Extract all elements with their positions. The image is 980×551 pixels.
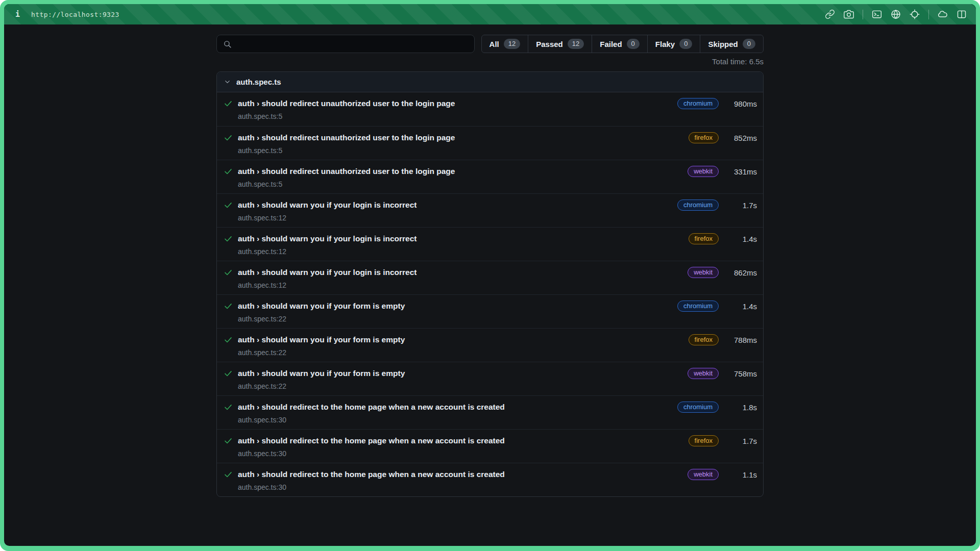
filter-tab[interactable]: Failed 0 <box>592 35 647 53</box>
total-time: Total time: 6.5s <box>216 57 764 67</box>
test-row[interactable]: auth › should redirect to the home page … <box>217 429 763 463</box>
test-info: auth › should redirect to the home page … <box>238 435 689 458</box>
test-info: auth › should warn you if your login is … <box>238 267 688 289</box>
report-content: All 12 Passed 12 Failed 0 Flaky 0 Skippe… <box>216 24 764 497</box>
filter-tab[interactable]: All 12 <box>482 35 528 53</box>
check-icon <box>224 436 233 445</box>
test-info: auth › should warn you if your login is … <box>238 233 689 256</box>
test-info: auth › should redirect to the home page … <box>238 469 688 491</box>
browser-badge: webkit <box>688 166 719 177</box>
test-meta: webkit 758ms <box>688 368 757 379</box>
check-icon <box>224 268 233 277</box>
filter-tab-count: 0 <box>627 39 640 49</box>
test-duration: 980ms <box>725 99 757 108</box>
test-row[interactable]: auth › should warn you if your form is e… <box>217 362 763 395</box>
test-row[interactable]: auth › should redirect unauthorized user… <box>217 92 763 126</box>
test-title: auth › should redirect to the home page … <box>238 469 688 480</box>
titlebar-left: i http://localhost:9323 <box>15 10 119 19</box>
test-title: auth › should redirect unauthorized user… <box>238 132 689 143</box>
test-duration: 1.8s <box>725 403 757 412</box>
test-row[interactable]: auth › should warn you if your login is … <box>217 227 763 261</box>
test-meta: chromium 1.7s <box>677 199 757 211</box>
filter-tab[interactable]: Flaky 0 <box>647 35 700 53</box>
browser-badge: chromium <box>677 199 719 211</box>
check-icon <box>224 302 233 311</box>
test-list: auth › should redirect unauthorized user… <box>217 92 763 496</box>
test-title: auth › should warn you if your form is e… <box>238 368 688 379</box>
test-duration: 1.4s <box>725 235 757 243</box>
test-meta: firefox 1.4s <box>689 233 757 244</box>
search-box[interactable] <box>216 35 475 53</box>
file-name: auth.spec.ts <box>236 78 281 86</box>
file-header[interactable]: auth.spec.ts <box>217 72 763 92</box>
test-duration: 1.1s <box>725 470 757 479</box>
filter-tab-count: 0 <box>679 39 692 49</box>
test-duration: 331ms <box>725 167 757 176</box>
browser-badge: webkit <box>688 267 719 278</box>
toolbar: All 12 Passed 12 Failed 0 Flaky 0 Skippe… <box>216 35 764 53</box>
cloud-icon[interactable] <box>938 9 948 19</box>
window-body: i http://localhost:9323 <box>4 4 976 546</box>
columns-icon[interactable] <box>957 9 967 19</box>
terminal-icon[interactable] <box>872 9 882 19</box>
search-input[interactable] <box>236 40 468 48</box>
browser-window: i http://localhost:9323 <box>0 0 980 551</box>
globe-icon[interactable] <box>891 9 901 19</box>
camera-icon[interactable] <box>844 9 854 19</box>
test-info: auth › should warn you if your form is e… <box>238 300 677 323</box>
check-icon <box>224 99 233 108</box>
test-row[interactable]: auth › should redirect unauthorized user… <box>217 126 763 160</box>
test-row[interactable]: auth › should warn you if your form is e… <box>217 294 763 328</box>
test-title: auth › should redirect to the home page … <box>238 435 689 446</box>
test-title: auth › should redirect unauthorized user… <box>238 98 677 109</box>
test-title: auth › should warn you if your login is … <box>238 199 677 210</box>
browser-badge: firefox <box>689 334 719 345</box>
test-location: auth.spec.ts:22 <box>238 315 677 323</box>
window-titlebar: i http://localhost:9323 <box>4 4 976 24</box>
test-duration: 1.4s <box>725 302 757 311</box>
filter-tab-label: Passed <box>536 40 563 48</box>
filter-tab[interactable]: Passed 12 <box>528 35 592 53</box>
browser-badge: firefox <box>689 435 719 446</box>
test-row[interactable]: auth › should redirect to the home page … <box>217 395 763 429</box>
test-meta: chromium 1.8s <box>677 402 757 413</box>
test-info: auth › should warn you if your form is e… <box>238 368 688 390</box>
filter-tab-label: All <box>489 40 499 48</box>
info-icon: i <box>15 10 20 19</box>
test-info: auth › should warn you if your form is e… <box>238 334 689 357</box>
browser-badge: chromium <box>677 402 719 413</box>
test-info: auth › should redirect unauthorized user… <box>238 98 677 120</box>
test-location: auth.spec.ts:12 <box>238 214 677 222</box>
test-title: auth › should redirect to the home page … <box>238 402 677 412</box>
test-title: auth › should redirect unauthorized user… <box>238 166 688 177</box>
test-duration: 852ms <box>725 134 757 142</box>
test-location: auth.spec.ts:5 <box>238 146 689 155</box>
test-meta: firefox 852ms <box>689 132 757 143</box>
chevron-down-icon <box>224 78 231 86</box>
test-row[interactable]: auth › should redirect unauthorized user… <box>217 160 763 193</box>
link-icon[interactable] <box>825 9 835 19</box>
test-row[interactable]: auth › should warn you if your login is … <box>217 193 763 227</box>
browser-badge: firefox <box>689 132 719 143</box>
test-row[interactable]: auth › should warn you if your login is … <box>217 261 763 294</box>
test-location: auth.spec.ts:12 <box>238 247 689 256</box>
check-icon <box>224 403 233 412</box>
test-row[interactable]: auth › should warn you if your form is e… <box>217 328 763 362</box>
filter-tab-label: Failed <box>600 40 622 48</box>
browser-badge: chromium <box>677 98 719 109</box>
test-meta: webkit 1.1s <box>688 469 757 480</box>
browser-badge: webkit <box>688 469 719 480</box>
check-icon <box>224 335 233 344</box>
test-info: auth › should warn you if your login is … <box>238 199 677 222</box>
browser-badge: webkit <box>688 368 719 379</box>
test-duration: 1.7s <box>725 437 757 445</box>
filter-tab-count: 12 <box>504 39 520 49</box>
test-info: auth › should redirect unauthorized user… <box>238 132 689 155</box>
check-icon <box>224 133 233 142</box>
test-meta: webkit 331ms <box>688 166 757 177</box>
filter-tab[interactable]: Skipped 0 <box>700 35 763 53</box>
target-icon[interactable] <box>910 9 920 19</box>
test-file-group: auth.spec.ts auth › should redirect unau… <box>216 71 764 497</box>
test-row[interactable]: auth › should redirect to the home page … <box>217 463 763 496</box>
filter-tab-count: 12 <box>568 39 584 49</box>
